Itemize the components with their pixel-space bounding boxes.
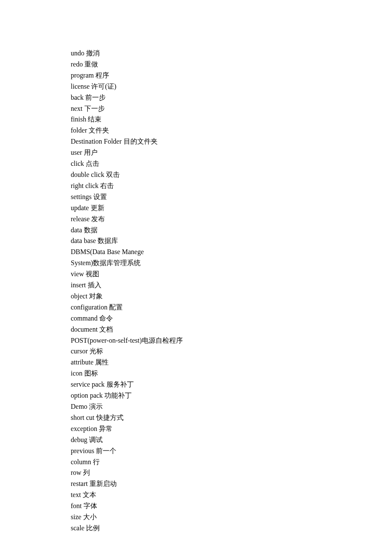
list-item: program 程序 (71, 70, 392, 81)
list-item: System)数据库管理系统 (71, 257, 392, 269)
list-item: data base 数据库 (71, 235, 392, 246)
list-item: undo 撤消 (71, 48, 392, 59)
list-item: short cut 快捷方式 (71, 412, 392, 423)
list-item: update 更新 (71, 202, 392, 214)
list-item: size 大小 (71, 512, 392, 523)
list-item: folder 文件夹 (71, 125, 392, 136)
list-item: cursor 光标 (71, 346, 392, 357)
list-item: command 命令 (71, 313, 392, 324)
list-item: view 视图 (71, 269, 392, 280)
list-item: next 下一步 (71, 103, 392, 114)
list-item: back 前一步 (71, 92, 392, 103)
list-item: insert 插入 (71, 280, 392, 291)
list-item: click 点击 (71, 158, 392, 169)
list-item: object 对象 (71, 291, 392, 302)
list-item: Demo 演示 (71, 401, 392, 412)
list-item: document 文档 (71, 324, 392, 335)
list-item: exception 异常 (71, 423, 392, 434)
list-item: scale 比例 (71, 523, 392, 534)
list-item: finish 结束 (71, 114, 392, 125)
list-item: license 许可(证) (71, 81, 392, 92)
list-item: debug 调试 (71, 434, 392, 445)
list-item: option pack 功能补丁 (71, 390, 392, 401)
list-item: redo 重做 (71, 59, 392, 70)
list-item: column 行 (71, 457, 392, 468)
list-item: text 文本 (71, 489, 392, 500)
list-item: right click 右击 (71, 180, 392, 191)
list-item: attribute 属性 (71, 357, 392, 368)
list-item: user 用户 (71, 147, 392, 158)
list-item: POST(power-on-self-test)电源自检程序 (71, 335, 392, 346)
list-item: double click 双击 (71, 169, 392, 180)
list-item: icon 图标 (71, 368, 392, 379)
list-item: service pack 服务补丁 (71, 379, 392, 390)
list-item: row 列 (71, 467, 392, 478)
list-item: settings 设置 (71, 191, 392, 202)
list-item: Destination Folder 目的文件夹 (71, 136, 392, 147)
list-item: release 发布 (71, 214, 392, 225)
list-item: configuration 配置 (71, 302, 392, 313)
list-item: data 数据 (71, 225, 392, 236)
document-content: undo 撤消 redo 重做 program 程序 license 许可(证)… (71, 48, 392, 534)
list-item: restart 重新启动 (71, 478, 392, 489)
list-item: font 字体 (71, 500, 392, 512)
list-item: DBMS(Data Base Manege (71, 246, 392, 257)
list-item: previous 前一个 (71, 445, 392, 457)
